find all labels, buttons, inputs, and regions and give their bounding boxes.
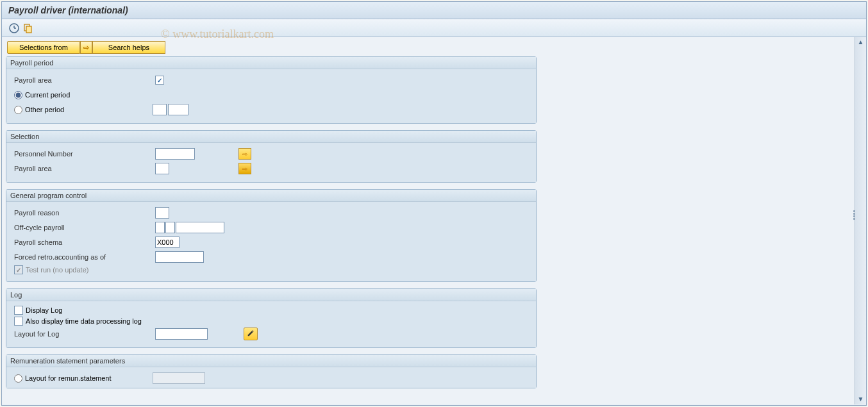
log-section: Log Display Log Also display time data p… (6, 288, 537, 348)
section-title: Selection (6, 131, 536, 143)
personnel-number-label: Personnel Number (12, 150, 155, 158)
section-title: Payroll period (6, 57, 536, 69)
scroll-track[interactable] (858, 47, 864, 394)
forced-retro-label: Forced retro.accounting as of (12, 253, 155, 261)
payroll-area-label: Payroll area (12, 76, 155, 84)
resize-handle (853, 210, 857, 220)
payroll-area-input[interactable] (155, 163, 169, 174)
svg-rect-4 (26, 26, 31, 33)
content-area: Selections from ⇨ Search helps Payroll p… (2, 37, 866, 404)
scroll-up-icon[interactable]: ▲ (857, 38, 865, 46)
toolbar (2, 19, 866, 37)
other-period-input-1[interactable] (153, 104, 167, 115)
payroll-reason-input[interactable] (155, 207, 169, 219)
variant-icon[interactable] (22, 22, 34, 34)
section-title: Log (6, 289, 536, 301)
test-run-checkbox (14, 265, 23, 274)
layout-log-label: Layout for Log (12, 330, 155, 338)
payroll-area-label-2: Payroll area (12, 165, 155, 172)
display-log-label: Display Log (26, 306, 62, 314)
payroll-reason-label: Payroll reason (12, 209, 155, 217)
search-helps-button[interactable]: Search helps (92, 41, 165, 54)
button-label: Search helps (108, 44, 149, 51)
forced-retro-input[interactable] (155, 251, 204, 263)
off-cycle-input-2[interactable] (165, 222, 175, 233)
remun-section: Remuneration statement parameters Layout… (6, 354, 537, 388)
action-buttons: Selections from ⇨ Search helps (6, 41, 855, 54)
display-log-checkbox[interactable] (14, 306, 23, 315)
also-time-label: Also display time data processing log (26, 317, 142, 325)
button-label: Selections from (19, 44, 68, 51)
other-period-radio[interactable] (14, 106, 22, 114)
remun-layout-radio[interactable] (14, 374, 22, 383)
pencil-icon (247, 329, 255, 338)
test-run-label: Test run (no update) (26, 266, 88, 274)
current-period-label: Current period (25, 91, 70, 99)
payroll-area-multi-button[interactable]: ⇨ (238, 163, 251, 174)
sap-window: Payroll driver (international) © www.tut… (1, 1, 867, 406)
other-period-label: Other period (25, 106, 64, 113)
other-period-input-2[interactable] (168, 104, 188, 115)
off-cycle-input-1[interactable] (155, 222, 165, 233)
remun-layout-input[interactable] (153, 372, 205, 384)
also-time-checkbox[interactable] (14, 317, 23, 326)
main-panel: Selections from ⇨ Search helps Payroll p… (2, 37, 855, 404)
execute-icon[interactable] (8, 22, 20, 34)
scroll-down-icon[interactable]: ▼ (857, 395, 865, 403)
vertical-scrollbar[interactable]: ▲ ▼ (855, 37, 866, 404)
off-cycle-label: Off-cycle payroll (12, 224, 155, 231)
arrow-right-icon: ⇨ (242, 151, 247, 158)
remun-layout-label: Layout for remun.statement (25, 374, 112, 382)
payroll-area-checkbox[interactable] (155, 76, 164, 85)
general-control-section: General program control Payroll reason O… (6, 189, 537, 282)
arrow-right-icon: ⇨ (242, 165, 247, 172)
selections-from-button[interactable]: Selections from (7, 41, 80, 54)
window-title: Payroll driver (international) (2, 2, 866, 19)
personnel-number-input[interactable] (155, 148, 195, 160)
section-title: Remuneration statement parameters (6, 355, 536, 367)
current-period-radio[interactable] (14, 91, 22, 99)
layout-edit-button[interactable] (244, 328, 258, 340)
payroll-period-section: Payroll period Payroll area Current peri… (6, 56, 537, 124)
arrow-right-icon: ⇨ (83, 44, 89, 52)
selection-section: Selection Personnel Number ⇨ Payroll are… (6, 130, 537, 183)
schema-label: Payroll schema (12, 238, 155, 246)
personnel-number-multi-button[interactable]: ⇨ (238, 148, 251, 160)
separator-arrow[interactable]: ⇨ (80, 41, 92, 54)
section-title: General program control (6, 190, 536, 202)
off-cycle-input-3[interactable] (176, 222, 224, 233)
schema-input[interactable] (155, 237, 179, 248)
layout-log-input[interactable] (155, 328, 208, 340)
